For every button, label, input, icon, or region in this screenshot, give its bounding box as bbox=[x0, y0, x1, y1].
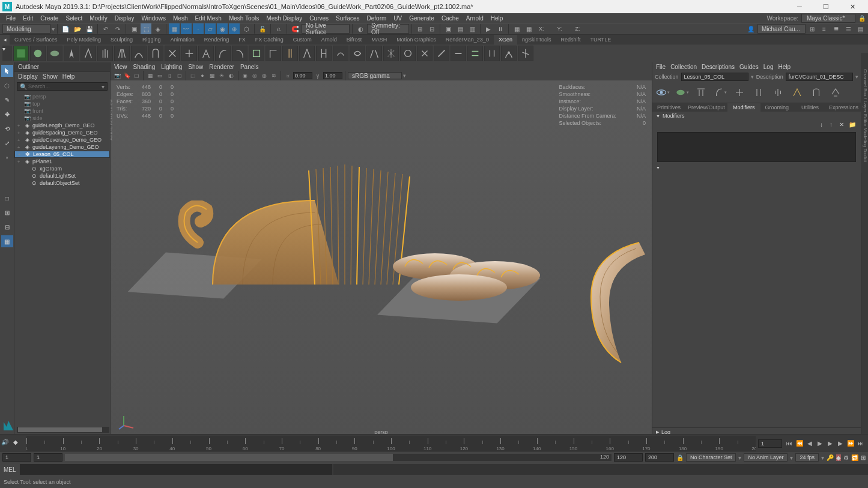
xgen-tool-4-icon[interactable] bbox=[114, 46, 130, 61]
vp-isolate-icon[interactable]: ◉ bbox=[241, 71, 249, 80]
xgen-tool-7-icon[interactable] bbox=[165, 46, 180, 61]
xgen-menu-collection[interactable]: Collection bbox=[670, 64, 697, 70]
step-back-key-icon[interactable]: ⏪ bbox=[795, 439, 804, 448]
layout-single-icon[interactable]: □ bbox=[1, 192, 13, 204]
shelf-tab-poly-modeling[interactable]: Poly Modeling bbox=[62, 35, 106, 44]
xgen-tool-24-icon[interactable] bbox=[451, 46, 466, 61]
menu-mesh-display[interactable]: Mesh Display bbox=[263, 15, 306, 22]
time-ruler[interactable]: 1102030405060708090100110120130140150160… bbox=[26, 436, 756, 451]
vp-wireframe-icon[interactable]: ⬚ bbox=[189, 71, 197, 80]
outliner-scrollbar[interactable] bbox=[17, 427, 109, 433]
snap-surface-icon[interactable]: ◉ bbox=[217, 23, 228, 34]
menu-file[interactable]: File bbox=[2, 15, 19, 22]
xgen-tab-primitives[interactable]: Primitives bbox=[652, 103, 685, 112]
outliner-search-input[interactable] bbox=[28, 83, 102, 89]
ui-element-4-icon[interactable]: ▤ bbox=[855, 23, 866, 34]
vp-colorspace-dropdown[interactable]: sRGB gamma bbox=[348, 72, 402, 79]
select-component-icon[interactable]: ◈ bbox=[153, 23, 163, 34]
xgen-tool-14-icon[interactable] bbox=[282, 46, 298, 61]
xgen-tool-8-icon[interactable] bbox=[181, 46, 197, 61]
vp-exposure-icon[interactable]: ☼ bbox=[284, 71, 292, 80]
ipr-render-icon[interactable]: ▤ bbox=[455, 23, 466, 34]
undo-icon[interactable]: ↶ bbox=[100, 23, 111, 34]
shelf-tab-custom[interactable]: Custom bbox=[288, 35, 317, 44]
xgen-tab-modifiers[interactable]: Modifiers bbox=[727, 103, 760, 112]
open-scene-icon[interactable]: 📂 bbox=[72, 23, 83, 34]
xgen-tool-11-icon[interactable] bbox=[232, 46, 247, 61]
xgen-tool-21-icon[interactable] bbox=[400, 46, 416, 61]
step-forward-key-icon[interactable]: ⏩ bbox=[846, 439, 855, 448]
vp-xray-icon[interactable]: ◎ bbox=[250, 71, 259, 80]
xgen-tool-16-icon[interactable] bbox=[316, 46, 332, 61]
last-tool-icon[interactable]: ▫ bbox=[1, 151, 13, 163]
render-icon[interactable]: ▣ bbox=[443, 23, 454, 34]
close-button[interactable]: ✕ bbox=[839, 0, 866, 13]
maya-home-icon[interactable] bbox=[2, 420, 14, 432]
live-surface-field[interactable]: No Live Surface bbox=[302, 24, 350, 34]
layout-custom-icon[interactable]: ▦ bbox=[1, 235, 13, 247]
menuset-dropdown[interactable]: Modeling bbox=[2, 24, 50, 34]
step-back-icon[interactable]: ◀ bbox=[805, 439, 815, 448]
xgen-sculpt-icon[interactable]: ▾ bbox=[712, 85, 728, 100]
outliner-item-xggroom[interactable]: ⊙xgGroom bbox=[14, 165, 110, 172]
vp-gate-mask-icon[interactable]: ◻ bbox=[175, 71, 183, 80]
xgen-curve-icon[interactable] bbox=[789, 85, 805, 100]
maximize-button[interactable]: ☐ bbox=[813, 0, 839, 13]
menu-generate[interactable]: Generate bbox=[405, 15, 438, 22]
outliner-item-guidecoverage_demo_geo[interactable]: +◈guideCoverage_Demo_GEO bbox=[14, 136, 110, 143]
outliner-item-persp[interactable]: 📷persp bbox=[14, 93, 110, 100]
shelf-tab-sculpting[interactable]: Sculpting bbox=[106, 35, 138, 44]
shelf-tab-bifrost[interactable]: Bifrost bbox=[342, 35, 367, 44]
prefs-icon[interactable]: ⊞ bbox=[861, 454, 866, 461]
xgen-brush-icon[interactable]: ▾ bbox=[674, 85, 690, 100]
snap-center-icon[interactable]: ⊕ bbox=[229, 23, 240, 34]
xgen-tool-17-icon[interactable] bbox=[333, 46, 348, 61]
play-back-icon[interactable]: ▶ bbox=[815, 439, 825, 448]
paint-tool-icon[interactable]: ✎ bbox=[1, 94, 13, 106]
xgen-tool-13-icon[interactable] bbox=[266, 46, 281, 61]
shelf-tab-curves---surfaces[interactable]: Curves / Surfaces bbox=[10, 35, 62, 44]
rotate-tool-icon[interactable]: ⟲ bbox=[1, 122, 13, 134]
xgen-tool-23-icon[interactable] bbox=[434, 46, 449, 61]
outliner-menu-help[interactable]: Help bbox=[62, 73, 75, 80]
scale-tool-icon[interactable]: ⤢ bbox=[1, 137, 13, 149]
username-field[interactable]: Michael Cau... bbox=[757, 24, 806, 34]
vp-bookmarks-icon[interactable]: 🔖 bbox=[123, 71, 131, 80]
outliner-item-defaultlightset[interactable]: ⊙defaultLightSet bbox=[14, 172, 110, 179]
xgen-tool-9-icon[interactable] bbox=[198, 46, 214, 61]
xgen-tab-utilities[interactable]: Utilities bbox=[794, 103, 827, 112]
xgen-tool-22-icon[interactable] bbox=[417, 46, 432, 61]
new-scene-icon[interactable]: 📄 bbox=[60, 23, 71, 34]
outliner-item-pplane1[interactable]: +◈pPlane1 bbox=[14, 158, 110, 165]
current-frame-field[interactable] bbox=[758, 439, 782, 448]
snap-point-icon[interactable]: · bbox=[193, 23, 204, 34]
select-object-icon[interactable]: ⬚ bbox=[141, 23, 151, 34]
viewport-canvas[interactable]: Arnold RenderView Verts:44800Edges:80300… bbox=[111, 80, 652, 436]
xgen-convert-icon[interactable] bbox=[732, 85, 747, 100]
shelf-tab-fx-caching[interactable]: FX Caching bbox=[250, 35, 288, 44]
vp-gamma-field[interactable] bbox=[323, 72, 342, 79]
range-end-field[interactable] bbox=[645, 453, 674, 462]
menu-help[interactable]: Help bbox=[487, 15, 507, 22]
menu-select[interactable]: Select bbox=[62, 15, 86, 22]
lasso-tool-icon[interactable]: ◌ bbox=[1, 79, 13, 91]
xgen-open-icon[interactable] bbox=[13, 46, 29, 61]
range-slider-track[interactable]: 120 bbox=[65, 454, 612, 461]
xgen-export-icon[interactable] bbox=[809, 85, 824, 100]
vp-shaded-icon[interactable]: ● bbox=[198, 71, 207, 80]
shelf-tab-redshift[interactable]: Redshift bbox=[556, 35, 585, 44]
menu-create[interactable]: Create bbox=[37, 15, 62, 22]
play-forward-icon[interactable]: ▶ bbox=[825, 439, 835, 448]
fps-dropdown[interactable]: 24 fps bbox=[795, 453, 819, 462]
panel-layout-icon[interactable]: ▦ bbox=[511, 23, 522, 34]
xgen-mirror-icon[interactable] bbox=[770, 85, 786, 100]
layout-four-icon[interactable]: ⊞ bbox=[1, 206, 13, 218]
modifier-delete-icon[interactable]: ✕ bbox=[839, 121, 846, 128]
xgen-tool-6-icon[interactable] bbox=[148, 46, 163, 61]
shelf-tab-arnold[interactable]: Arnold bbox=[317, 35, 342, 44]
layout-two-icon[interactable]: ⊟ bbox=[1, 221, 13, 233]
shelf-tab-turtle[interactable]: TURTLE bbox=[585, 35, 616, 44]
set-key-icon[interactable]: ◆ bbox=[836, 454, 841, 461]
menu-surfaces[interactable]: Surfaces bbox=[332, 15, 363, 22]
menu-mesh-tools[interactable]: Mesh Tools bbox=[225, 15, 263, 22]
